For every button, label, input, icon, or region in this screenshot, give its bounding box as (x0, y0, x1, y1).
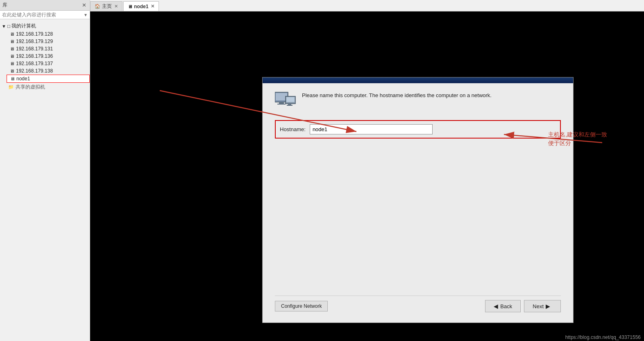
next-label: Next (533, 303, 544, 309)
tab-node1-label: node1 (134, 4, 148, 9)
next-button[interactable]: Next ▶ (524, 300, 561, 312)
tree-item-ip5[interactable]: 🖥 192.168.179.137 (7, 60, 90, 67)
tree-item-ip5-label: 192.168.179.137 (16, 61, 53, 66)
tab-node1[interactable]: 🖥 node1 ✕ (123, 1, 159, 11)
tree-item-ip3[interactable]: 🖥 192.168.179.131 (7, 45, 90, 52)
vm-icon-node1: 🖥 (10, 76, 15, 81)
hostname-row: Hostname: (275, 120, 561, 139)
tree-item-node1-label: node1 (16, 76, 30, 82)
my-computers-label: 我的计算机 (11, 23, 36, 30)
tree-root-label: □ (7, 23, 10, 29)
svg-rect-5 (286, 97, 295, 102)
sidebar-search-bar[interactable]: ▼ (0, 11, 90, 19)
vm-icon-6: 🖥 (10, 68, 14, 73)
next-arrow-icon: ▶ (546, 303, 550, 309)
back-arrow-icon: ◀ (494, 303, 498, 309)
tab-node1-close[interactable]: ✕ (151, 4, 154, 9)
sidebar-title: 库 (2, 2, 7, 9)
url-text: https://blog.csdn.net/qq_43371556 (565, 334, 641, 340)
configure-network-button[interactable]: Configure Network (275, 301, 328, 311)
installer-header-bar (263, 77, 573, 83)
vm-icon-4: 🖥 (10, 54, 14, 59)
hostname-label: Hostname: (280, 126, 306, 132)
tree-item-shared[interactable]: 📁 共享的虚拟机 (0, 83, 90, 91)
expand-icon: ▼ (2, 24, 6, 29)
installer-body: Please name this computer. The hostname … (263, 83, 573, 323)
url-bar: https://blog.csdn.net/qq_43371556 (562, 334, 644, 341)
tree-item-ip2[interactable]: 🖥 192.168.179.129 (7, 38, 90, 45)
svg-rect-7 (287, 105, 293, 106)
tab-home-label: 主页 (102, 3, 112, 10)
vm-icon: 🖥 (10, 32, 14, 36)
hostname-input[interactable] (310, 124, 433, 134)
tree-item-ip4-label: 192.168.179.136 (16, 53, 53, 59)
nav-buttons: ◀ Back Next ▶ (485, 300, 561, 312)
tree-item-ip1[interactable]: 🖥 192.168.179.128 (7, 30, 90, 38)
installer-computer-icon (275, 91, 295, 112)
vm-tab-icon: 🖥 (128, 4, 132, 9)
tabbar: 🏠 主页 ✕ 🖥 node1 ✕ (90, 0, 644, 11)
tree-item-ip6-label: 192.168.179.138 (16, 68, 53, 74)
vm-icon-5: 🖥 (10, 61, 14, 66)
back-label: Back (500, 303, 512, 309)
back-button[interactable]: ◀ Back (485, 300, 521, 312)
search-dropdown-icon[interactable]: ▼ (84, 13, 88, 17)
tree-item-ip6[interactable]: 🖥 192.168.179.138 (7, 67, 90, 75)
tab-home-close[interactable]: ✕ (114, 4, 118, 9)
search-input[interactable] (2, 12, 84, 18)
installer-footer: Configure Network ◀ Back Next ▶ (275, 296, 561, 314)
tree-item-ip1-label: 192.168.179.128 (16, 31, 53, 37)
svg-rect-6 (288, 104, 291, 105)
sidebar-tree: ▼ □ 我的计算机 🖥 192.168.179.128 🖥 192.168.17… (0, 19, 90, 341)
installer-intro: Please name this computer. The hostname … (275, 91, 561, 112)
sidebar-titlebar: 库 ✕ (0, 0, 90, 11)
installer-dialog: Please name this computer. The hostname … (262, 77, 574, 323)
shared-label: 共享的虚拟机 (16, 84, 45, 91)
svg-rect-2 (279, 102, 284, 104)
vm-icon-2: 🖥 (10, 39, 14, 44)
shared-icon: 📁 (8, 84, 14, 90)
configure-network-label: Configure Network (281, 303, 322, 309)
tree-item-ip3-label: 192.168.179.131 (16, 46, 53, 52)
main-area: Please name this computer. The hostname … (90, 11, 644, 341)
tree-item-ip2-label: 192.168.179.129 (16, 39, 53, 44)
home-icon: 🏠 (95, 4, 100, 9)
tree-item-node1[interactable]: 🖥 node1 (7, 75, 90, 83)
vm-icon-3: 🖥 (10, 46, 14, 51)
tree-item-ip4[interactable]: 🖥 192.168.179.136 (7, 52, 90, 60)
sidebar: 库 ✕ ▼ ▼ □ 我的计算机 🖥 192.168.179.128 🖥 192.… (0, 0, 90, 341)
sidebar-close-button[interactable]: ✕ (81, 2, 87, 8)
svg-rect-3 (277, 104, 286, 105)
tab-home[interactable]: 🏠 主页 ✕ (90, 1, 122, 11)
tree-children: 🖥 192.168.179.128 🖥 192.168.179.129 🖥 19… (0, 30, 90, 83)
tree-root-my-computers[interactable]: ▼ □ 我的计算机 (0, 22, 90, 30)
installer-intro-text: Please name this computer. The hostname … (302, 91, 492, 100)
